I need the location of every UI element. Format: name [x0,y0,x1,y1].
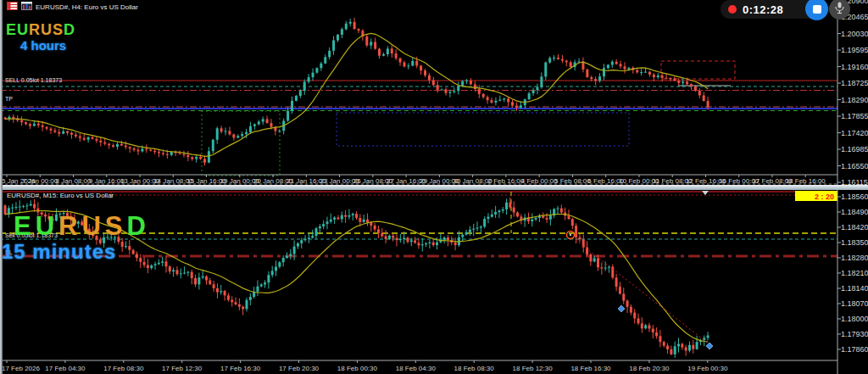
chart-type-icon [21,2,32,12]
svg-text:17 Feb 12:30: 17 Feb 12:30 [162,365,203,372]
svg-text:17 Feb 16:30: 17 Feb 16:30 [220,365,261,372]
h4-chart-canvas[interactable]: SELL 0.05lot 1.18373TP1.209001.204651.20… [0,0,868,185]
svg-text:8 Jan 08:00: 8 Jan 08:00 [56,177,92,185]
price-axis: 1.209001.204651.200301.195951.191601.187… [837,0,868,185]
m15-chart-title: EURUSD#, M15: Euro vs US Dollar [7,192,114,199]
sell-signal-icon [706,343,713,349]
svg-text:1.18210: 1.18210 [841,269,868,277]
time-axis: 5 Jan 20267 Jan 00:008 Jan 08:009 Jan 16… [0,175,837,185]
svg-text:1.18290: 1.18290 [841,96,868,104]
svg-text:18 Feb 20:30: 18 Feb 20:30 [629,365,670,372]
svg-text:1.16985: 1.16985 [841,145,868,154]
annotations-layer: 2 : 20Sell 0.05lot 1.18373SL [5,191,837,349]
svg-text:18 Feb 12:30: 18 Feb 12:30 [513,365,554,372]
candles-layer [4,198,709,358]
m15-chart-titlebar: EURUSD#, M15: Euro vs US Dollar [7,192,114,199]
time-axis: 17 Feb 202617 Feb 04:3017 Feb 08:3017 Fe… [0,360,837,372]
svg-text:2 Feb 16:00: 2 Feb 16:00 [488,177,525,185]
svg-text:18 Feb 16:30: 18 Feb 16:30 [570,365,611,372]
h4-chart-title: EURUSD#, H4: Euro vs US Dollar [36,3,138,11]
m15-chart-canvas[interactable]: 2 : 20Sell 0.05lot 1.18373SL1.185601.184… [0,190,868,374]
svg-text:1.18070: 1.18070 [841,299,868,308]
svg-text:18 Feb 04:30: 18 Feb 04:30 [396,365,437,372]
svg-text:1.18490: 1.18490 [841,208,868,216]
svg-text:1.17860: 1.17860 [841,345,868,354]
m15-chart-panel: 2 : 20Sell 0.05lot 1.18373SL1.185601.184… [0,190,868,374]
svg-text:1.17420: 1.17420 [841,129,868,137]
svg-text:SELL 0.05lot 1.18373: SELL 0.05lot 1.18373 [5,77,62,83]
annotations-layer: SELL 0.05lot 1.18373TP [5,77,62,102]
panel-splitter[interactable] [0,185,868,190]
svg-text:4 Feb 00:00: 4 Feb 00:00 [521,177,558,185]
svg-text:1.18140: 1.18140 [841,284,868,293]
svg-text:1.18560: 1.18560 [841,193,868,201]
svg-text:Sell 0.05lot 1.18373: Sell 0.05lot 1.18373 [5,232,58,238]
svg-text:19 Feb 00:30: 19 Feb 00:30 [687,365,728,372]
svg-text:17 Feb 20:30: 17 Feb 20:30 [279,365,320,372]
svg-text:18 Feb 08:30: 18 Feb 08:30 [454,365,495,372]
svg-text:1.17930: 1.17930 [841,330,868,338]
overlay-lines [0,81,837,184]
svg-text:1.19160: 1.19160 [841,63,868,71]
overlay-boxes [202,61,735,176]
svg-text:17 Feb 04:30: 17 Feb 04:30 [45,365,86,372]
svg-text:7 Jan 00:00: 7 Jan 00:00 [22,177,58,185]
sell-signal-icon [618,305,625,312]
svg-text:1.18725: 1.18725 [841,79,868,87]
svg-text:9 Jan 16:00: 9 Jan 16:00 [89,177,125,185]
recording-time: 0:12:28 [743,3,783,16]
svg-text:30 Jan 08:00: 30 Jan 08:00 [453,177,493,185]
svg-text:SL: SL [5,249,13,255]
recording-overlay: 0:12:28 [721,0,856,22]
stop-button[interactable] [805,0,828,20]
ma-line [5,211,708,343]
svg-text:1.16115: 1.16115 [841,178,868,185]
trading-platform-window: SELL 0.05lot 1.18373TP1.209001.204651.20… [0,0,868,374]
microphone-button[interactable] [829,0,850,20]
shift-marker-icon [702,191,709,195]
record-dot-icon [728,5,737,14]
svg-text:17 Feb 2026: 17 Feb 2026 [2,365,40,372]
svg-text:1.20030: 1.20030 [841,30,868,38]
h4-chart-titlebar: EURUSD#, H4: Euro vs US Dollar [7,2,138,12]
svg-text:1.18280: 1.18280 [841,254,868,262]
svg-text:5 Feb 08:00: 5 Feb 08:00 [554,177,591,185]
svg-text:1.18350: 1.18350 [841,238,868,247]
svg-text:18 Feb 16:00: 18 Feb 16:00 [786,177,826,185]
svg-text:18 Feb 00:30: 18 Feb 00:30 [337,365,378,372]
svg-text:1.19595: 1.19595 [841,46,868,54]
svg-text:1.18000: 1.18000 [841,315,868,323]
microphone-icon [835,2,844,17]
stop-icon [813,5,821,14]
market-watch-icon [7,2,18,12]
svg-text:1.18420: 1.18420 [841,223,868,232]
h4-chart-panel: SELL 0.05lot 1.18373TP1.209001.204651.20… [0,0,868,185]
svg-text:1.16550: 1.16550 [841,162,868,170]
svg-text:17 Feb 08:30: 17 Feb 08:30 [103,365,144,372]
svg-text:1.17855: 1.17855 [841,112,868,120]
price-axis: 1.185601.184901.184201.183501.182801.182… [837,190,868,374]
svg-text:2 : 20: 2 : 20 [815,193,834,201]
window-left-border [0,0,3,374]
svg-text:TP: TP [5,96,13,102]
ma-line [5,33,708,156]
